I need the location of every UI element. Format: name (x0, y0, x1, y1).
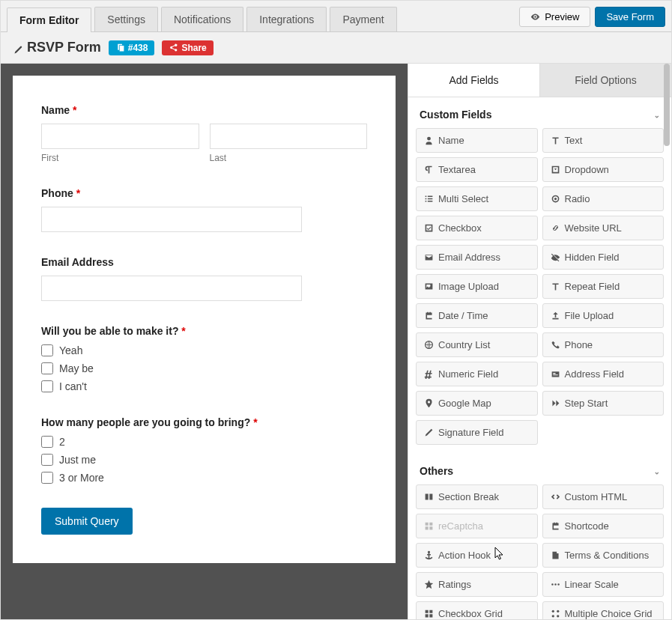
share-badge[interactable]: Share (162, 40, 213, 55)
input-first-name[interactable] (41, 124, 199, 149)
dots-icon (551, 580, 560, 589)
form-id-badge[interactable]: #438 (109, 40, 155, 55)
text-icon (551, 136, 560, 145)
field-action-hook[interactable]: Action Hook (416, 543, 538, 568)
preview-button[interactable]: Preview (519, 7, 590, 27)
option-q1-1[interactable]: May be (41, 362, 367, 374)
svg-point-3 (551, 583, 553, 585)
tab-payment[interactable]: Payment (330, 7, 396, 31)
field-multiple-choice-grid[interactable]: Multiple Choice Grid (542, 601, 665, 619)
field-panel: Add Fields Field Options Custom Fields ⌃… (408, 64, 671, 619)
field-text[interactable]: Text (542, 128, 665, 153)
field-numeric-field[interactable]: Numeric Field (416, 362, 538, 386)
option-label: 3 or More (59, 472, 104, 484)
field-label: Custom HTML (565, 491, 628, 502)
form-name-text: RSVP Form (27, 40, 101, 55)
field-phone[interactable]: Phone (542, 332, 665, 357)
checkbox[interactable] (41, 472, 53, 484)
submit-button[interactable]: Submit Query (41, 508, 133, 535)
input-email[interactable] (41, 276, 302, 301)
field-checkbox[interactable]: Checkbox (416, 216, 538, 240)
hash-icon (424, 369, 434, 379)
field-multi-select[interactable]: Multi Select (416, 186, 538, 211)
star-icon (424, 580, 434, 589)
field-date-time[interactable]: Date / Time (416, 303, 538, 328)
field-terms-conditions[interactable]: Terms & Conditions (542, 543, 665, 568)
option-q1-0[interactable]: Yeah (41, 344, 367, 356)
field-step-start[interactable]: Step Start (542, 391, 665, 416)
option-q2-0[interactable]: 2 (41, 436, 367, 448)
option-label: Just me (59, 454, 96, 466)
checkbox[interactable] (41, 454, 53, 466)
field-section-break[interactable]: Section Break (416, 484, 538, 509)
sublabel-last: Last (210, 153, 368, 163)
field-shortcode[interactable]: Shortcode (542, 514, 665, 538)
field-country-list[interactable]: Country List (416, 332, 538, 357)
tab-settings[interactable]: Settings (94, 7, 158, 31)
field-repeat-field[interactable]: Repeat Field (542, 274, 665, 299)
text-icon (551, 282, 560, 291)
field-label: Ratings (438, 579, 471, 590)
field-ratings[interactable]: Ratings (416, 572, 538, 597)
pencil-icon (13, 43, 22, 52)
field-email-address[interactable]: Email Address (416, 245, 538, 270)
save-form-button[interactable]: Save Form (595, 7, 665, 27)
section-others[interactable]: Others ⌃ (408, 454, 671, 484)
field-radio[interactable]: Radio (542, 186, 665, 211)
option-q2-2[interactable]: 3 or More (41, 472, 367, 484)
svg-point-8 (551, 615, 554, 617)
option-q2-1[interactable]: Just me (41, 454, 367, 466)
dot-icon (551, 194, 560, 204)
field-label: Website URL (565, 222, 622, 234)
field-label: Email Address (438, 252, 500, 263)
field-signature-field[interactable]: Signature Field (416, 420, 538, 445)
checkbox[interactable] (41, 362, 53, 374)
svg-point-6 (551, 610, 554, 613)
field-label: Section Break (438, 491, 499, 502)
share-text: Share (181, 43, 206, 53)
form-id-text: #438 (128, 43, 148, 53)
field-hidden-field[interactable]: Hidden Field (542, 245, 665, 270)
field-checkbox-grid[interactable]: Checkbox Grid (416, 601, 538, 619)
tab-form-editor[interactable]: Form Editor (7, 7, 91, 32)
tab-integrations[interactable]: Integrations (246, 7, 327, 31)
field-dropdown[interactable]: Dropdown (542, 157, 665, 182)
field-custom-html[interactable]: Custom HTML (542, 484, 665, 509)
field-file-upload[interactable]: File Upload (542, 303, 665, 328)
grid2-icon (551, 609, 560, 619)
field-label: Radio (565, 193, 590, 204)
field-label: Date / Time (438, 310, 488, 321)
input-last-name[interactable] (210, 124, 368, 149)
section-custom-fields[interactable]: Custom Fields ⌃ (408, 97, 671, 128)
field-google-map[interactable]: Google Map (416, 391, 538, 416)
top-tabs: Form Editor Settings Notifications Integ… (1, 1, 671, 32)
checkbox[interactable] (41, 380, 53, 392)
scrollbar[interactable] (664, 64, 670, 146)
label-phone: Phone * (41, 187, 367, 199)
field-label: Multi Select (438, 193, 488, 204)
field-name[interactable]: Name (416, 128, 538, 153)
field-website-url[interactable]: Website URL (542, 216, 665, 240)
tab-add-fields[interactable]: Add Fields (408, 64, 539, 97)
field-label: Action Hook (438, 550, 491, 561)
option-label: I can't (59, 380, 87, 392)
field-linear-scale[interactable]: Linear Scale (542, 572, 665, 597)
option-q1-2[interactable]: I can't (41, 380, 367, 392)
checkbox[interactable] (41, 344, 53, 356)
list-icon (424, 194, 434, 204)
tab-field-options[interactable]: Field Options (539, 64, 671, 97)
field-label: Step Start (565, 398, 608, 409)
field-image-upload[interactable]: Image Upload (416, 274, 538, 299)
checkbox[interactable] (41, 436, 53, 448)
field-label: Dropdown (565, 164, 609, 175)
chevron-down-icon: ⌃ (654, 467, 660, 475)
para-icon (424, 165, 434, 174)
field-textarea[interactable]: Textarea (416, 157, 538, 182)
label-name: Name * (41, 104, 367, 116)
input-phone[interactable] (41, 207, 302, 232)
form-canvas: Name * First Last Phone * (1, 64, 408, 619)
field-address-field[interactable]: Address Field (542, 362, 665, 386)
tab-notifications[interactable]: Notifications (161, 7, 243, 31)
anchor-icon (424, 550, 434, 560)
field-label: Terms & Conditions (565, 550, 650, 561)
